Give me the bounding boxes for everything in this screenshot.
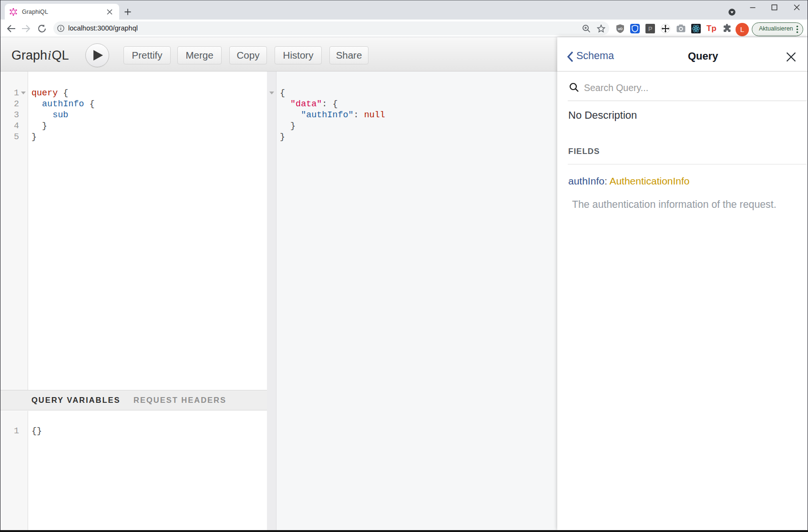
svg-text:P: P [648, 25, 653, 32]
svg-text:uO: uO [618, 27, 623, 31]
